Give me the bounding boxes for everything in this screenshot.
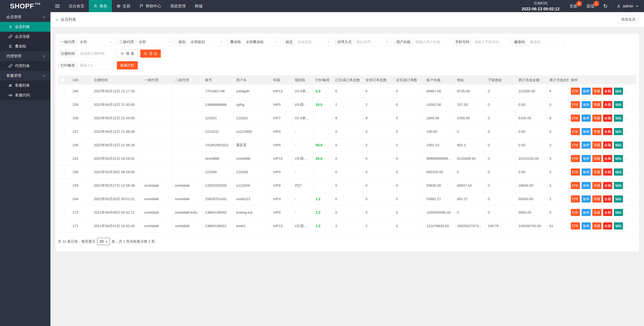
filter-select-select[interactable]: 全部级别▼ [188,38,225,46]
filter-input-input[interactable]: 邀请码 [527,38,564,46]
make-order-button[interactable]: 做单 [582,169,591,176]
make-order-button[interactable]: 做单 [582,222,591,229]
search-button[interactable]: 搜索 [117,50,138,58]
sidebar-item[interactable]: 会员等级 [0,32,50,42]
level-button[interactable]: 等级 [592,128,602,135]
edit-button[interactable]: 编辑 [614,101,623,108]
inject-button[interactable]: 打针 [571,141,580,148]
edit-button[interactable]: 编辑 [614,222,623,229]
edit-button[interactable]: 编辑 [614,196,623,203]
more-actions[interactable]: ... [625,129,628,134]
sidebar-group-header[interactable]: 代理管理 [0,51,50,61]
filter-select-select[interactable]: 所有状态▼ [295,38,332,46]
edit-button[interactable]: 编辑 [614,115,623,122]
make-order-button[interactable]: 做单 [582,101,591,108]
more-actions[interactable]: ... [625,224,628,228]
inject-button[interactable]: 打针 [571,169,580,176]
inject-button[interactable]: 打针 [571,155,580,162]
filter-select-select[interactable]: 全部▼ [136,38,173,46]
make-order-button[interactable]: 做单 [582,209,591,216]
filter-input-input[interactable]: 请输入用户名称 [413,38,450,46]
inject-button[interactable]: 打针 [571,115,580,122]
sidebar-group-header[interactable]: 客服管理 [0,71,50,81]
sidebar-collapse-icon[interactable] [50,0,64,12]
more-actions[interactable]: ... [625,156,628,160]
batch-inject-button[interactable]: 批量打针 [117,61,138,69]
level-button[interactable]: 等级 [592,222,602,229]
balance-button[interactable]: 余额 [603,141,612,148]
row-checkbox[interactable] [61,129,65,134]
make-order-button[interactable]: 做单 [582,155,591,162]
more-actions[interactable]: ... [625,89,628,93]
top-nav-item[interactable]: 后台首页 [64,0,89,12]
balance-button[interactable]: 余额 [603,128,612,135]
inject-button[interactable]: 打针 [571,182,580,189]
level-button[interactable]: 等级 [592,209,602,216]
row-checkbox[interactable] [61,197,65,201]
edit-button[interactable]: 编辑 [614,209,623,216]
row-checkbox[interactable] [61,224,65,228]
export-button[interactable]: 导出 [140,50,161,58]
filter-register-time-input[interactable]: 请选择注册时间 [78,50,114,57]
balance-button[interactable]: 余额 [603,101,612,108]
inject-button[interactable]: 打针 [571,101,580,108]
balance-button[interactable]: 余额 [603,115,612,122]
inject-button[interactable]: 打针 [571,88,580,95]
user-menu[interactable]: admin [612,0,644,12]
more-actions[interactable]: ... [625,102,628,107]
sidebar-item[interactable]: 叠加组 [0,42,50,51]
row-checkbox[interactable] [61,210,65,215]
more-actions[interactable]: ... [625,210,628,215]
level-button[interactable]: 等级 [592,141,602,148]
edit-button[interactable]: 编辑 [614,182,623,189]
edit-button[interactable]: 编辑 [614,128,623,135]
level-button[interactable]: 等级 [592,182,602,189]
row-checkbox[interactable] [61,143,65,147]
member-table-scrollbar[interactable]: UID注册时间一级代理二级代理账号用户名等级规则组打针幅度已完成订单总数全部订单… [58,75,636,233]
balance-button[interactable]: 余额 [603,222,612,229]
inject-button[interactable]: 打针 [571,222,580,229]
top-nav-item[interactable]: 系统管理 [166,0,190,12]
balance-button[interactable]: 余额 [603,182,612,189]
level-button[interactable]: 等级 [592,115,602,122]
edit-button[interactable]: 编辑 [614,155,623,162]
sidebar-item[interactable]: 客服列表 [0,81,50,90]
top-nav-item[interactable]: 帮助中心 [135,0,166,12]
top-nav-item[interactable]: 角色 [89,0,112,12]
sidebar-item[interactable]: 会员列表 [0,22,50,32]
make-order-button[interactable]: 做单 [582,182,591,189]
row-checkbox[interactable] [61,116,65,120]
make-order-button[interactable]: 做单 [582,88,591,95]
filter-select-select[interactable]: 默认排序▼ [354,38,391,46]
more-actions[interactable]: ... [625,183,628,188]
withdraw-button[interactable]: 提现 1 [582,0,599,12]
top-nav-item[interactable]: 商城 [190,0,207,12]
filter-select-select[interactable]: 全部叠加组▼ [244,38,280,46]
balance-button[interactable]: 余额 [603,196,612,203]
more-actions[interactable]: ... [625,143,628,147]
balance-button[interactable]: 余额 [603,155,612,162]
add-member-button[interactable]: 添加会员 [618,16,639,23]
more-actions[interactable]: ... [625,170,628,174]
refresh-icon[interactable]: ↻ [599,0,612,12]
level-button[interactable]: 等级 [592,101,602,108]
inject-button[interactable]: 打针 [571,196,580,203]
level-button[interactable]: 等级 [592,155,602,162]
filter-select-select[interactable]: 全部▼ [78,38,114,46]
filter-input-input[interactable]: 请输入手机号码 [472,38,508,46]
make-order-button[interactable]: 做单 [582,115,591,122]
level-button[interactable]: 等级 [592,169,602,176]
select-all-checkbox[interactable] [61,78,65,82]
more-actions[interactable]: ... [625,116,628,120]
balance-button[interactable]: 余额 [603,88,612,95]
row-checkbox[interactable] [61,170,65,174]
page-size-select[interactable]: 20 ∨ [97,238,110,245]
more-actions[interactable]: ... [625,197,628,201]
row-checkbox[interactable] [61,102,65,107]
sidebar-item[interactable]: 代理列表 [0,61,50,71]
edit-button[interactable]: 编辑 [614,88,623,95]
row-checkbox[interactable] [61,156,65,161]
recharge-button[interactable]: 充值 6 [565,0,582,12]
make-order-button[interactable]: 做单 [582,128,591,135]
balance-button[interactable]: 余额 [603,169,612,176]
